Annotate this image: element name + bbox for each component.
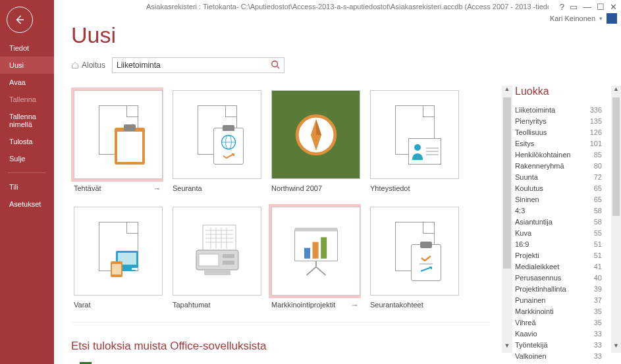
category-row[interactable]: Suunta72	[515, 171, 602, 182]
home-label: Aloitus	[82, 61, 105, 70]
sidebar-item-label: Asetukset	[9, 200, 41, 208]
category-row[interactable]: Esitys101	[515, 138, 602, 149]
template-markkinointiprojektit[interactable]: Markkinointiprojektit⊸	[269, 204, 361, 309]
back-arrow-icon	[14, 14, 26, 26]
category-count: 40	[594, 274, 602, 282]
category-row[interactable]: Asiantuntija58	[515, 216, 602, 227]
pin-icon[interactable]: ⊸	[154, 185, 163, 192]
category-row[interactable]: Medialeikkeet41	[515, 261, 602, 272]
category-row[interactable]: Teollisuus126	[515, 126, 602, 138]
category-count: 65	[594, 184, 602, 192]
category-count: 41	[594, 263, 602, 271]
avatar	[607, 13, 617, 24]
scroll-thumb[interactable]	[612, 97, 620, 216]
category-row[interactable]: Liiketoiminta336	[515, 104, 602, 115]
template-varat[interactable]: Varat	[71, 204, 163, 309]
other-app-row[interactable]: ▸ P Project: 2	[71, 359, 490, 364]
sidebar-item-tulosta[interactable]: Tulosta	[0, 133, 54, 150]
category-row[interactable]: Pienyritys135	[515, 115, 602, 126]
svg-line-34	[306, 267, 315, 275]
pin-icon[interactable]: ⊸	[352, 301, 361, 309]
category-label: Kaavio	[515, 330, 537, 338]
template-seurantakohteet[interactable]: Seurantakohteet	[367, 204, 460, 309]
search-input[interactable]	[117, 61, 271, 70]
home-link[interactable]: Aloitus	[71, 61, 105, 70]
templates-scrollbar[interactable]: ▲ ▼	[502, 86, 512, 353]
category-row[interactable]: Punainen37	[515, 294, 602, 305]
category-row[interactable]: Vihreä35	[515, 317, 602, 328]
sidebar-item-label: Sulje	[9, 155, 25, 163]
presentation-chart-icon	[286, 222, 346, 281]
scroll-down-icon[interactable]: ▼	[502, 342, 512, 353]
category-row[interactable]: Työntekijä33	[515, 339, 602, 350]
sidebar-item-tallenna: Tallenna	[0, 91, 54, 108]
svg-rect-31	[312, 242, 318, 258]
template-tehtavat[interactable]: Tehtävät⊸	[71, 88, 163, 192]
svg-rect-25	[223, 254, 234, 258]
template-thumbnail	[173, 207, 261, 296]
category-row[interactable]: Kaavio33	[515, 328, 602, 339]
maximize-icon[interactable]: ☐	[597, 2, 605, 12]
search-box[interactable]	[112, 57, 284, 73]
minimize-icon[interactable]: —	[583, 2, 591, 12]
user-account[interactable]: Kari Keinonen ▾	[550, 13, 617, 24]
category-row[interactable]: Projektinhallinta39	[515, 283, 602, 294]
sidebar-item-tallenna-nimella[interactable]: Tallenna nimellä	[0, 108, 54, 133]
template-label: Yhteystiedot	[370, 184, 410, 192]
category-label: Kuva	[515, 229, 531, 237]
scroll-up-icon[interactable]: ▲	[611, 86, 621, 96]
person-icon	[411, 143, 424, 160]
template-seuranta[interactable]: Seuranta	[170, 88, 262, 192]
category-row[interactable]: Rakenneryhmä80	[515, 160, 602, 171]
sidebar-item-uusi[interactable]: Uusi	[0, 57, 54, 74]
categories-title: Luokka	[515, 86, 602, 97]
category-row[interactable]: Kuva55	[515, 227, 602, 238]
template-label: Markkinointiprojektit	[271, 301, 335, 309]
search-icon[interactable]	[271, 60, 280, 71]
page-title: Uusi	[71, 22, 490, 48]
category-row[interactable]: Koulutus65	[515, 182, 602, 194]
sidebar-item-asetukset[interactable]: Asetukset	[0, 195, 54, 213]
category-row[interactable]: Harmaa32	[515, 361, 602, 364]
svg-point-0	[272, 61, 278, 66]
category-row[interactable]: Henkilökohtainen85	[515, 149, 602, 160]
category-label: Perusasennus	[515, 274, 561, 282]
category-row[interactable]: 4:358	[515, 205, 602, 216]
ribbon-options-icon[interactable]: ▭	[570, 2, 578, 12]
scroll-up-icon[interactable]: ▲	[502, 86, 512, 96]
category-count: 55	[594, 229, 602, 237]
categories-scrollbar[interactable]: ▲ ▼	[611, 86, 621, 353]
template-yhteystiedot[interactable]: Yhteystiedot	[367, 88, 460, 192]
category-label: 4:3	[515, 207, 525, 215]
help-icon[interactable]: ?	[560, 2, 564, 12]
category-row[interactable]: 16:951	[515, 238, 602, 249]
category-row[interactable]: Valkoinen33	[515, 350, 602, 361]
other-apps-results: Etsi tuloksia muista Office-sovelluksist…	[71, 340, 490, 364]
sidebar-item-sulje[interactable]: Sulje	[0, 150, 54, 167]
category-label: Punainen	[515, 296, 546, 304]
svg-line-1	[277, 66, 280, 68]
back-button[interactable]	[7, 7, 33, 33]
backstage-sidebar: Tiedot Uusi Avaa Tallenna Tallenna nimel…	[0, 0, 54, 364]
category-count: 39	[594, 285, 602, 293]
template-northwind[interactable]: Northwind 2007	[269, 88, 361, 192]
category-label: Rakenneryhmä	[515, 162, 564, 170]
category-count: 51	[594, 240, 602, 248]
home-icon	[71, 61, 79, 69]
sidebar-item-avaa[interactable]: Avaa	[0, 74, 54, 91]
category-row[interactable]: Markkinointi35	[515, 305, 602, 317]
template-thumbnail	[271, 207, 360, 296]
devices-icon	[109, 249, 145, 278]
close-icon[interactable]: ✕	[610, 2, 617, 12]
sidebar-item-tili[interactable]: Tili	[0, 178, 54, 195]
scroll-thumb[interactable]	[503, 97, 511, 269]
sidebar-item-tiedot[interactable]: Tiedot	[0, 39, 54, 57]
category-row[interactable]: Sininen65	[515, 194, 602, 205]
template-tapahtumat[interactable]: Tapahtumat	[170, 204, 262, 309]
category-row[interactable]: Perusasennus40	[515, 272, 602, 283]
category-row[interactable]: Projekti51	[515, 249, 602, 261]
sidebar-item-label: Tallenna nimellä	[9, 113, 36, 128]
fax-calendar-icon	[184, 219, 250, 284]
sidebar-item-label: Avaa	[9, 78, 26, 86]
scroll-down-icon[interactable]: ▼	[611, 342, 621, 353]
